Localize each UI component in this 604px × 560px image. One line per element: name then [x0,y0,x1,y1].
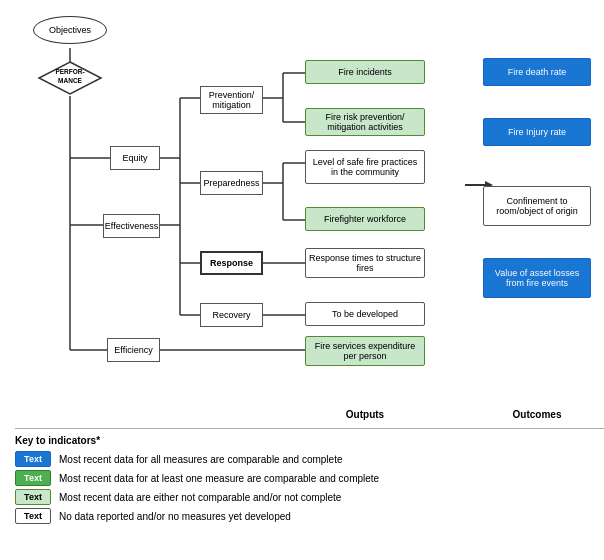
prevention-label: Prevention/ mitigation [201,90,262,110]
fire-services-box: Fire services expenditure per person [305,336,425,366]
key-row-4: Text No data reported and/or no measures… [15,508,604,524]
key-title: Key to indicators* [15,435,604,446]
value-losses-label: Value of asset losses from fire events [486,268,588,288]
prevention-box: Prevention/ mitigation [200,86,263,114]
recovery-box: Recovery [200,303,263,327]
outcomes-header-label: Outcomes [513,409,562,420]
to-be-developed-label: To be developed [332,309,398,319]
response-box: Response [200,251,263,275]
key-box-blue-label: Text [24,454,42,464]
safe-practices-label: Level of safe fire practices in the comm… [308,157,422,177]
performance-diamond: PERFOR- MANCE [37,60,103,96]
key-title-label: Key to indicators* [15,435,100,446]
response-times-box: Response times to structure fires [305,248,425,278]
key-box-green-dark: Text [15,470,51,486]
confinement-label: Confinement to room/object of origin [486,196,588,216]
key-desc-1: Most recent data for all measures are co… [59,454,342,465]
confinement-box: Confinement to room/object of origin [483,186,591,226]
objectives-label: Objectives [49,25,91,35]
key-box-white: Text [15,508,51,524]
preparedness-label: Preparedness [203,178,259,188]
effectiveness-label: Effectiveness [105,221,158,231]
outcomes-header: Outcomes [483,409,591,420]
key-desc-2: Most recent data for at least one measur… [59,473,379,484]
fire-incidents-label: Fire incidents [338,67,392,77]
outputs-header-label: Outputs [346,409,384,420]
key-box-green-light-label: Text [24,492,42,502]
key-box-white-label: Text [24,511,42,521]
key-row-2: Text Most recent data for at least one m… [15,470,604,486]
fire-injury-rate-label: Fire Injury rate [508,127,566,137]
key-row-3: Text Most recent data are either not com… [15,489,604,505]
response-times-label: Response times to structure fires [308,253,422,273]
equity-box: Equity [110,146,160,170]
fire-incidents-box: Fire incidents [305,60,425,84]
key-desc-3: Most recent data are either not comparab… [59,492,341,503]
recovery-label: Recovery [212,310,250,320]
key-section: Key to indicators* Text Most recent data… [15,428,604,524]
key-box-green-dark-label: Text [24,473,42,483]
fire-death-rate-label: Fire death rate [508,67,567,77]
fire-risk-label: Fire risk prevention/ mitigation activit… [308,112,422,132]
equity-label: Equity [122,153,147,163]
fire-injury-rate-box: Fire Injury rate [483,118,591,146]
fire-death-rate-box: Fire death rate [483,58,591,86]
key-box-green-light: Text [15,489,51,505]
to-be-developed-box: To be developed [305,302,425,326]
safe-practices-box: Level of safe fire practices in the comm… [305,150,425,184]
key-desc-4: No data reported and/or no measures yet … [59,511,291,522]
svg-text:MANCE: MANCE [58,77,82,84]
key-box-blue: Text [15,451,51,467]
efficiency-box: Efficiency [107,338,160,362]
objectives-oval: Objectives [33,16,107,44]
efficiency-label: Efficiency [114,345,152,355]
value-losses-box: Value of asset losses from fire events [483,258,591,298]
firefighter-label: Firefighter workforce [324,214,406,224]
firefighter-box: Firefighter workforce [305,207,425,231]
key-row-1: Text Most recent data for all measures a… [15,451,604,467]
response-label: Response [210,258,253,268]
fire-risk-box: Fire risk prevention/ mitigation activit… [305,108,425,136]
outputs-header: Outputs [305,409,425,420]
preparedness-box: Preparedness [200,171,263,195]
effectiveness-box: Effectiveness [103,214,160,238]
svg-text:PERFOR-: PERFOR- [55,68,84,75]
fire-services-label: Fire services expenditure per person [308,341,422,361]
